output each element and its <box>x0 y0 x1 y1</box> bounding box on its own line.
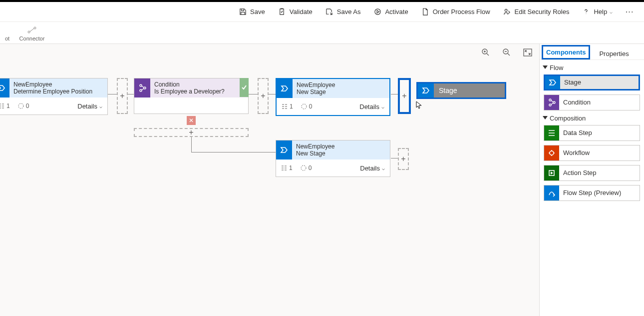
connector-line <box>191 137 192 152</box>
drop-slot[interactable]: + <box>117 78 128 114</box>
flow-step-icon <box>544 186 559 200</box>
details-toggle[interactable]: Details ⌵ <box>359 103 384 110</box>
svg-point-7 <box>18 104 23 108</box>
section-flow-header[interactable]: Flow <box>540 60 644 74</box>
validate-label: Validate <box>290 8 313 16</box>
details-toggle[interactable]: Details ⌵ <box>77 102 102 110</box>
stage-icon <box>545 76 560 89</box>
section-flow-label: Flow <box>550 64 563 72</box>
drop-slot[interactable]: + <box>398 148 409 170</box>
condition-node[interactable]: Condition Is Employee a Developer? <box>134 78 249 114</box>
condition-title: Condition <box>154 81 248 88</box>
order-flow-button[interactable]: Order Process Flow <box>421 8 490 16</box>
component-workflow[interactable]: Workflow <box>544 145 640 161</box>
security-roles-icon <box>503 8 511 16</box>
validate-button[interactable]: Validate <box>278 8 313 16</box>
duration-count: 0 <box>301 103 313 110</box>
designer-canvas[interactable]: NewEmployee Determine Employee Position … <box>0 44 539 316</box>
svg-point-12 <box>301 166 306 170</box>
component-condition-label: Condition <box>559 99 591 106</box>
edit-security-button[interactable]: Edit Security Roles <box>503 8 570 16</box>
help-icon <box>582 8 590 16</box>
component-condition[interactable]: Condition <box>544 94 640 110</box>
expand-triangle-icon <box>543 66 548 69</box>
connector-line <box>191 152 276 152</box>
condition-icon <box>544 95 559 110</box>
svg-point-13 <box>549 99 551 101</box>
chevron-down-icon: ⌵ <box>610 9 613 14</box>
zoom-controls <box>481 48 532 57</box>
stage-node-new-bottom[interactable]: NewEmployee New Stage 1 0 Details ⌵ <box>276 140 390 177</box>
stage-node-determine-position[interactable]: NewEmployee Determine Employee Position … <box>0 78 108 115</box>
duration-count: 0 <box>301 164 312 172</box>
save-icon <box>239 8 247 16</box>
component-stage[interactable]: Stage <box>544 74 640 90</box>
component-flow-step-label: Flow Step (Preview) <box>559 190 621 197</box>
component-stage-label: Stage <box>560 79 581 86</box>
chevron-down-icon: ⌵ <box>382 166 385 171</box>
steps-count: 1 <box>282 103 293 110</box>
condition-icon <box>134 78 150 98</box>
condition-yes-indicator <box>240 78 249 97</box>
more-button[interactable]: ··· <box>626 8 634 16</box>
svg-point-14 <box>549 104 551 106</box>
save-as-icon <box>325 8 333 16</box>
stage-name: New Stage <box>296 150 390 157</box>
tab-properties[interactable]: Properties <box>596 48 632 60</box>
mouse-cursor <box>415 101 423 109</box>
svg-point-3 <box>34 27 36 29</box>
document-icon <box>421 8 429 16</box>
fit-to-screen-button[interactable] <box>523 48 532 56</box>
component-action-step[interactable]: Action Step <box>544 165 640 181</box>
svg-point-2 <box>28 31 30 33</box>
svg-rect-6 <box>524 49 532 56</box>
connector-line <box>108 94 117 94</box>
connector-line <box>391 94 398 94</box>
stage-name: New Stage <box>297 88 389 96</box>
stage-icon <box>276 140 292 160</box>
drop-slot-below[interactable]: + <box>134 128 249 137</box>
save-button[interactable]: Save <box>239 8 265 16</box>
stage-node-new-top[interactable]: NewEmployee New Stage 1 0 Details ⌵ <box>276 78 390 116</box>
section-composition-header[interactable]: Composition <box>540 110 644 125</box>
help-label: Help <box>594 8 607 16</box>
connector-line <box>391 158 398 158</box>
svg-point-9 <box>140 90 142 92</box>
details-toggle[interactable]: Details ⌵ <box>360 164 385 172</box>
svg-point-11 <box>302 104 307 109</box>
stage-entity: NewEmployee <box>13 81 107 88</box>
drag-ghost-label: Stage <box>434 86 457 94</box>
component-action-step-label: Action Step <box>559 170 597 177</box>
component-data-step-label: Data Step <box>559 130 592 137</box>
zoom-in-button[interactable] <box>481 48 490 57</box>
save-as-label: Save As <box>337 8 361 16</box>
stage-icon <box>418 84 434 98</box>
zoom-out-button[interactable] <box>502 48 511 57</box>
connector-button[interactable]: Connector <box>17 26 47 42</box>
order-flow-label: Order Process Flow <box>433 8 490 16</box>
data-step-icon <box>544 126 559 140</box>
save-label: Save <box>250 8 265 16</box>
stage-icon <box>277 79 293 98</box>
connector-line <box>128 94 134 94</box>
ribbon-bar: ot Connector <box>0 22 644 44</box>
activate-button[interactable]: Activate <box>373 8 408 16</box>
component-workflow-label: Workflow <box>559 150 590 157</box>
workflow-icon <box>544 146 559 160</box>
activate-label: Activate <box>385 8 408 16</box>
drop-slot-active[interactable]: + <box>398 78 411 114</box>
components-panel: Components Properties Flow Stage Conditi… <box>539 44 644 316</box>
clipboard-check-icon <box>278 8 286 16</box>
help-button[interactable]: Help ⌵ <box>582 8 613 16</box>
component-flow-step[interactable]: Flow Step (Preview) <box>544 185 640 201</box>
drop-slot[interactable]: + <box>258 78 269 114</box>
save-as-button[interactable]: Save As <box>325 8 361 16</box>
component-data-step[interactable]: Data Step <box>544 125 640 141</box>
chevron-down-icon: ⌵ <box>99 104 102 109</box>
command-bar: Save Validate Save As Activate Order Pro… <box>0 2 644 22</box>
condition-no-indicator: ✕ <box>187 116 196 125</box>
stage-name: Determine Employee Position <box>13 88 107 95</box>
snapshot-button[interactable]: ot <box>5 27 17 42</box>
tab-components[interactable]: Components <box>542 45 590 60</box>
snapshot-label-trunc: ot <box>5 36 9 42</box>
